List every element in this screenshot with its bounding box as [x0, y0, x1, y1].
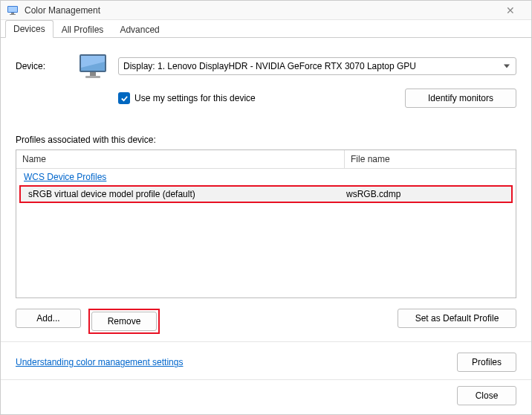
- column-header-name[interactable]: Name: [16, 150, 345, 168]
- device-options-row: Use my settings for this device Identify…: [118, 89, 516, 108]
- use-my-settings-label: Use my settings for this device: [134, 93, 256, 103]
- svg-rect-3: [10, 14, 16, 15]
- svg-rect-1: [8, 7, 17, 12]
- window-title: Color Management: [25, 5, 496, 16]
- device-row: Device: Display: 1. Lenovo DisplayHDR - …: [16, 51, 516, 81]
- device-selected-text: Display: 1. Lenovo DisplayHDR - NVIDIA G…: [123, 61, 416, 71]
- add-button[interactable]: Add...: [16, 309, 81, 328]
- svg-rect-2: [11, 13, 14, 14]
- app-icon: [7, 4, 19, 16]
- spacer: [167, 309, 390, 334]
- profile-group-header[interactable]: WCS Device Profiles: [16, 169, 516, 185]
- highlight-annotation-remove: Remove: [88, 309, 160, 334]
- profiles-table: Name File name WCS Device Profiles sRGB …: [16, 149, 516, 298]
- use-my-settings-checkbox[interactable]: Use my settings for this device: [118, 92, 405, 104]
- table-row[interactable]: sRGB virtual device model profile (defau…: [21, 187, 511, 202]
- checkbox-icon: [118, 92, 130, 104]
- monitor-icon: [75, 51, 111, 81]
- tab-bar: Devices All Profiles Advanced: [1, 20, 531, 38]
- set-default-profile-button[interactable]: Set as Default Profile: [398, 309, 516, 328]
- device-dropdown[interactable]: Display: 1. Lenovo DisplayHDR - NVIDIA G…: [118, 57, 516, 75]
- profiles-button[interactable]: Profiles: [457, 353, 516, 372]
- profiles-section-label: Profiles associated with this device:: [16, 135, 516, 145]
- close-button[interactable]: Close: [457, 386, 516, 405]
- tab-devices[interactable]: Devices: [5, 20, 53, 38]
- highlight-annotation-row: sRGB virtual device model profile (defau…: [19, 185, 513, 203]
- tab-all-profiles[interactable]: All Profiles: [53, 21, 112, 38]
- footer-close-row: Close: [1, 379, 531, 414]
- svg-rect-8: [85, 76, 100, 78]
- table-header: Name File name: [16, 150, 516, 169]
- column-header-file[interactable]: File name: [345, 150, 516, 168]
- device-label: Device:: [16, 61, 75, 71]
- svg-rect-7: [90, 72, 96, 76]
- identify-monitors-button[interactable]: Identify monitors: [405, 89, 516, 108]
- remove-button[interactable]: Remove: [91, 312, 157, 331]
- footer-help-row: Understanding color management settings …: [1, 341, 531, 379]
- profile-actions-row: Add... Remove Set as Default Profile: [16, 309, 516, 334]
- profile-name-cell: sRGB virtual device model profile (defau…: [21, 189, 340, 199]
- help-link[interactable]: Understanding color management settings: [16, 357, 457, 367]
- titlebar: Color Management ✕: [1, 1, 531, 20]
- close-icon[interactable]: ✕: [496, 4, 525, 16]
- table-body: WCS Device Profiles sRGB virtual device …: [16, 169, 516, 297]
- tab-advanced[interactable]: Advanced: [111, 21, 167, 38]
- profile-file-cell: wsRGB.cdmp: [340, 189, 511, 199]
- tab-panel-devices: Device: Display: 1. Lenovo DisplayHDR - …: [1, 38, 531, 341]
